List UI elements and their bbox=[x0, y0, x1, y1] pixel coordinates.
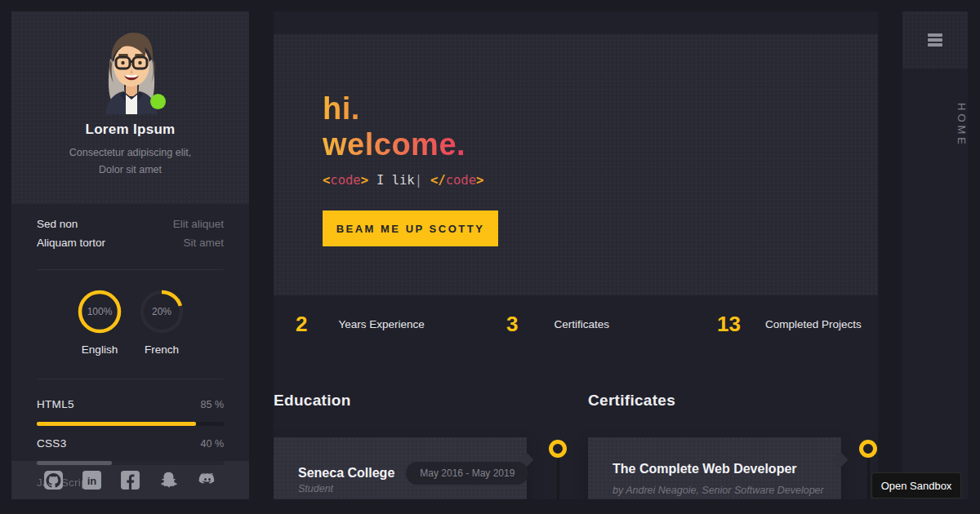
stat-value: 3 bbox=[506, 312, 518, 337]
timeline-marker bbox=[859, 440, 877, 458]
snapchat-icon[interactable] bbox=[158, 470, 180, 491]
page: Lorem Ipsum Consectetur adipiscing elit,… bbox=[0, 0, 980, 514]
profile-header: Lorem Ipsum Consectetur adipiscing elit,… bbox=[11, 11, 249, 204]
stat-label: Completed Projects bbox=[765, 318, 862, 330]
profile-name: Lorem Ipsum bbox=[11, 122, 249, 138]
stat-years-experience: 2 Years Experience bbox=[296, 312, 425, 337]
social-links-bar: in bbox=[11, 461, 249, 499]
nav-home-label[interactable]: HOME bbox=[902, 96, 968, 153]
typing-caret: | bbox=[415, 173, 422, 188]
profile-sidebar: Lorem Ipsum Consectetur adipiscing elit,… bbox=[11, 11, 249, 499]
hero-greeting-line1: hi. bbox=[323, 91, 360, 126]
skill-name: HTML5 bbox=[37, 398, 74, 410]
language-name: English bbox=[69, 343, 131, 356]
code-close-bracket: </ bbox=[430, 173, 446, 188]
stat-value: 13 bbox=[717, 312, 741, 337]
hero-greeting-line2: welcome. bbox=[323, 127, 466, 162]
stat-completed-projects: 13 Completed Projects bbox=[717, 312, 862, 337]
stat-certificates: 3 Certificates bbox=[506, 312, 609, 337]
code-close-word: code bbox=[446, 173, 476, 188]
info-value: Elit aliquet bbox=[173, 218, 224, 230]
education-subtitle: Student bbox=[298, 483, 333, 494]
info-row: Sed non Elit aliquet bbox=[37, 218, 224, 237]
certificate-title: The Complete Web Developer bbox=[612, 462, 797, 476]
info-row: Aliquam tortor Sit amet bbox=[37, 237, 224, 255]
language-english: 100% English bbox=[69, 289, 131, 356]
skill-percent: 40 % bbox=[201, 438, 225, 450]
info-label: Sed non bbox=[37, 218, 78, 230]
menu-button[interactable] bbox=[902, 11, 968, 69]
language-french: 20% French bbox=[131, 289, 193, 356]
education-title: Seneca College bbox=[298, 466, 394, 481]
language-percent: 100% bbox=[77, 289, 122, 335]
discord-icon[interactable] bbox=[197, 470, 218, 491]
online-status-dot bbox=[150, 94, 166, 109]
certificate-subtitle: by Andrei Neagoie, Senior Software Devel… bbox=[612, 485, 824, 496]
skill-bar-track bbox=[37, 422, 224, 426]
timeline-marker bbox=[549, 440, 567, 458]
profile-subtitle-line1: Consectetur adipiscing elit, bbox=[11, 144, 249, 162]
svg-text:in: in bbox=[87, 475, 97, 487]
timeline-line bbox=[867, 459, 870, 499]
facebook-icon[interactable] bbox=[120, 470, 141, 491]
language-percent: 20% bbox=[139, 289, 185, 335]
stats-row: 2 Years Experience 3 Certificates 13 Com… bbox=[274, 312, 878, 352]
skill-name: CSS3 bbox=[37, 437, 66, 450]
skill-percent: 85 % bbox=[201, 399, 225, 410]
certificates-heading: Certificates bbox=[588, 392, 675, 410]
education-heading: Education bbox=[274, 392, 351, 410]
info-label: Aliquam tortor bbox=[37, 237, 105, 249]
certificate-card: The Complete Web Developer by Andrei Nea… bbox=[588, 437, 841, 499]
linkedin-icon[interactable]: in bbox=[82, 470, 103, 491]
profile-info-list: Sed non Elit aliquet Aliquam tortor Sit … bbox=[37, 218, 224, 255]
typing-code-line: <code>I lik|</code> bbox=[323, 173, 483, 188]
beam-me-up-button[interactable]: BEAM ME UP SCOTTY bbox=[323, 210, 498, 246]
divider bbox=[38, 269, 223, 270]
stat-label: Certificates bbox=[554, 318, 609, 330]
profile-subtitle-line2: Dolor sit amet bbox=[11, 162, 249, 179]
hamburger-icon bbox=[928, 33, 942, 47]
divider bbox=[38, 379, 223, 379]
typed-text: I lik bbox=[376, 173, 415, 188]
profile-subtitle: Consectetur adipiscing elit, Dolor sit a… bbox=[11, 144, 249, 179]
code-close-bracket: > bbox=[476, 173, 483, 188]
main-content: hi. welcome. <code>I lik|</code> BEAM ME… bbox=[274, 11, 878, 499]
open-sandbox-button[interactable]: Open Sandbox bbox=[871, 472, 961, 498]
education-card: Seneca College May 2016 - May 2019 Stude… bbox=[274, 437, 527, 499]
skill-html5: HTML5 85 % bbox=[37, 398, 224, 426]
education-date-badge: May 2016 - May 2019 bbox=[406, 462, 528, 485]
timeline-line bbox=[557, 459, 559, 499]
card-arrow-notch bbox=[833, 452, 848, 467]
stat-value: 2 bbox=[296, 312, 307, 337]
language-name: French bbox=[131, 343, 193, 356]
stat-label: Years Experience bbox=[338, 318, 424, 330]
right-nav-strip: HOME bbox=[902, 11, 968, 499]
info-value: Sit amet bbox=[183, 237, 224, 249]
skill-bar-fill bbox=[37, 422, 196, 426]
code-open-word: code bbox=[330, 173, 360, 188]
github-icon[interactable] bbox=[43, 470, 65, 491]
code-open-bracket: > bbox=[361, 173, 368, 188]
code-open-bracket: < bbox=[323, 173, 330, 188]
hero-card: hi. welcome. <code>I lik|</code> BEAM ME… bbox=[274, 34, 878, 295]
